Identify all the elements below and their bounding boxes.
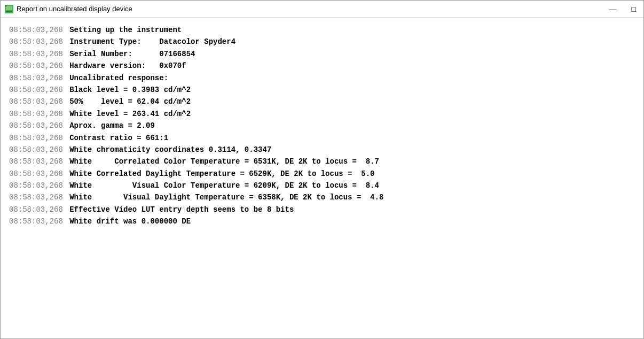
title-bar: Report on uncalibrated display device — …: [1, 1, 643, 18]
log-line: 08:58:03,268 White Visual Color Temperat…: [9, 180, 635, 191]
log-message: White Visual Color Temperature = 6209K, …: [69, 180, 379, 191]
main-window: Report on uncalibrated display device — …: [0, 0, 644, 339]
log-line: 08:58:03,268 White Visual Daylight Tempe…: [9, 191, 635, 203]
svg-rect-2: [6, 11, 12, 12]
log-line: 08:58:03,268 Hardware version: 0x070f: [9, 60, 635, 72]
log-timestamp: 08:58:03,268: [9, 132, 67, 144]
log-message: Hardware version: 0x070f: [69, 60, 186, 72]
log-timestamp: 08:58:03,268: [9, 84, 67, 96]
log-message: Instrument Type: Datacolor Spyder4: [69, 36, 235, 48]
log-line: 08:58:03,268 White Correlated Daylight T…: [9, 168, 635, 180]
log-timestamp: 08:58:03,268: [9, 191, 67, 203]
log-timestamp: 08:58:03,268: [9, 168, 67, 180]
log-line: 08:58:03,268 50% level = 62.04 cd/m^2: [9, 96, 635, 107]
log-timestamp: 08:58:03,268: [9, 144, 67, 156]
log-line: 08:58:03,268 White chromaticity coordina…: [9, 144, 635, 156]
log-timestamp: 08:58:03,268: [9, 60, 67, 72]
log-timestamp: 08:58:03,268: [9, 96, 67, 107]
log-message: Black level = 0.3983 cd/m^2: [69, 84, 191, 96]
log-line: 08:58:03,268 Serial Number: 07166854: [9, 48, 635, 60]
log-line: 08:58:03,268 Contrast ratio = 661:1: [9, 132, 635, 144]
log-timestamp: 08:58:03,268: [9, 215, 67, 227]
log-timestamp: 08:58:03,268: [9, 72, 67, 84]
minimize-button[interactable]: —: [606, 4, 620, 14]
svg-rect-1: [6, 6, 12, 10]
log-content: 08:58:03,268 Setting up the instrument08…: [1, 18, 643, 338]
log-timestamp: 08:58:03,268: [9, 36, 67, 48]
log-message: White chromaticity coordinates 0.3114, 0…: [69, 144, 271, 156]
log-line: 08:58:03,268 Aprox. gamma = 2.09: [9, 120, 635, 132]
log-message: White Visual Daylight Temperature = 6358…: [69, 191, 383, 203]
log-line: 08:58:03,268 Setting up the instrument: [9, 24, 635, 36]
log-line: 08:58:03,268 White level = 263.41 cd/m^2: [9, 108, 635, 120]
log-timestamp: 08:58:03,268: [9, 108, 67, 120]
log-timestamp: 08:58:03,268: [9, 180, 67, 191]
title-bar-controls: — □: [606, 4, 639, 14]
title-bar-left: Report on uncalibrated display device: [5, 5, 132, 13]
log-message: Contrast ratio = 661:1: [69, 132, 168, 144]
log-message: Uncalibrated response:: [69, 72, 168, 84]
log-message: White Correlated Daylight Temperature = …: [69, 168, 374, 180]
log-timestamp: 08:58:03,268: [9, 204, 67, 215]
log-message: White drift was 0.000000 DE: [69, 215, 191, 227]
app-icon: [5, 5, 13, 13]
maximize-button[interactable]: □: [629, 4, 639, 14]
log-line: 08:58:03,268 Effective Video LUT entry d…: [9, 204, 635, 215]
log-line: 08:58:03,268 White drift was 0.000000 DE: [9, 215, 635, 227]
log-message: Serial Number: 07166854: [69, 48, 195, 60]
log-message: White Correlated Color Temperature = 653…: [69, 156, 379, 167]
log-message: Effective Video LUT entry depth seems to…: [69, 204, 294, 215]
log-message: 50% level = 62.04 cd/m^2: [69, 96, 191, 107]
window-title: Report on uncalibrated display device: [17, 5, 132, 13]
log-message: White level = 263.41 cd/m^2: [69, 108, 191, 120]
log-line: 08:58:03,268 Uncalibrated response:: [9, 72, 635, 84]
log-message: Setting up the instrument: [69, 24, 182, 36]
log-timestamp: 08:58:03,268: [9, 48, 67, 60]
log-line: 08:58:03,268 White Correlated Color Temp…: [9, 156, 635, 167]
log-line: 08:58:03,268 Instrument Type: Datacolor …: [9, 36, 635, 48]
log-timestamp: 08:58:03,268: [9, 24, 67, 36]
svg-rect-3: [5, 5, 6, 6]
log-timestamp: 08:58:03,268: [9, 120, 67, 132]
log-timestamp: 08:58:03,268: [9, 156, 67, 167]
log-line: 08:58:03,268 Black level = 0.3983 cd/m^2: [9, 84, 635, 96]
log-message: Aprox. gamma = 2.09: [69, 120, 155, 132]
